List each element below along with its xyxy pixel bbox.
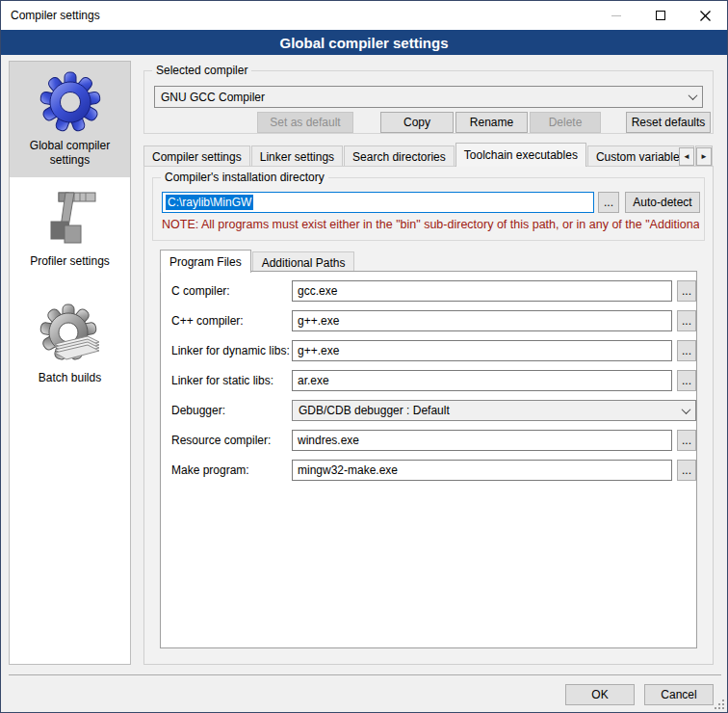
toolchain-subtabs: Program Files Additional Paths <box>160 250 355 273</box>
subtab-label: Additional Paths <box>262 256 346 270</box>
cpp-compiler-browse-button[interactable]: ... <box>677 310 696 331</box>
delete-button[interactable]: Delete <box>530 112 601 133</box>
tab-toolchain-executables[interactable]: Toolchain executables <box>455 143 586 167</box>
tab-linker-settings[interactable]: Linker settings <box>251 145 343 167</box>
browse-ellipsis-label: ... <box>682 284 691 298</box>
compiler-select[interactable]: GNU GCC Compiler <box>154 86 703 108</box>
dynamic-linker-browse-button[interactable]: ... <box>677 340 696 361</box>
copy-label: Copy <box>403 116 430 129</box>
minimize-icon <box>611 15 621 16</box>
sidebar-item-label: Batch builds <box>39 371 101 385</box>
install-dir-selected-text: C:\raylib\MinGW <box>166 195 253 210</box>
browse-ellipsis-label: ... <box>682 374 691 387</box>
program-files-panel: C compiler: ... C++ compiler: ... Linker… <box>160 271 697 648</box>
c-compiler-label: C compiler: <box>171 284 230 298</box>
subtab-label: Program Files <box>169 255 242 269</box>
reset-defaults-button[interactable]: Reset defaults <box>626 112 711 133</box>
field-row-make-program: Make program: ... <box>161 460 696 481</box>
resource-compiler-input[interactable] <box>292 430 672 451</box>
field-row-debugger: Debugger: GDB/CDB debugger : Default <box>161 400 696 421</box>
field-row-cpp-compiler: C++ compiler: ... <box>161 310 696 331</box>
tab-search-directories[interactable]: Search directories <box>344 145 455 167</box>
tab-label: Toolchain executables <box>464 148 578 162</box>
rename-button[interactable]: Rename <box>455 112 528 133</box>
install-dir-input[interactable]: C:\raylib\MinGW <box>162 192 594 213</box>
batch-builds-gear-icon <box>39 304 101 365</box>
banner-title: Global compiler settings <box>279 35 448 51</box>
settings-tabstrip: Compiler settings Linker settings Search… <box>143 145 714 167</box>
dialog-banner: Global compiler settings <box>1 30 727 55</box>
field-row-static-linker: Linker for static libs: ... <box>161 370 696 391</box>
compiler-select-value: GNU GCC Compiler <box>161 91 265 104</box>
footer-divider <box>9 674 721 675</box>
ok-button[interactable]: OK <box>565 684 635 705</box>
compiler-settings-window: Compiler settings Global compiler settin… <box>0 0 728 713</box>
c-compiler-browse-button[interactable]: ... <box>677 280 696 302</box>
subtab-additional-paths[interactable]: Additional Paths <box>252 251 355 273</box>
tab-label: Compiler settings <box>152 150 242 164</box>
browse-ellipsis-label: ... <box>682 434 691 447</box>
static-linker-label: Linker for static libs: <box>171 374 273 387</box>
debugger-label: Debugger: <box>171 404 225 417</box>
make-program-browse-button[interactable]: ... <box>677 460 696 481</box>
chevron-down-icon <box>682 405 691 414</box>
window-title: Compiler settings <box>1 9 100 22</box>
auto-detect-button[interactable]: Auto-detect <box>625 192 700 213</box>
selected-compiler-group-label: Selected compiler <box>152 64 251 77</box>
close-button[interactable] <box>683 1 727 30</box>
field-row-c-compiler: C compiler: ... <box>161 280 696 302</box>
install-dir-browse-button[interactable]: ... <box>598 192 619 213</box>
browse-ellipsis-label: ... <box>604 196 613 209</box>
close-icon <box>700 11 711 21</box>
field-row-dynamic-linker: Linker for dynamic libs: ... <box>161 340 696 361</box>
tab-scroll-left-icon[interactable]: ◄ <box>679 147 694 166</box>
sidebar-item-global-compiler-settings[interactable]: Global compiler settings <box>10 62 130 177</box>
c-compiler-input[interactable] <box>292 280 672 302</box>
auto-detect-label: Auto-detect <box>633 196 691 209</box>
maximize-button[interactable] <box>638 1 683 30</box>
sidebar-item-profiler-settings[interactable]: Profiler settings <box>10 177 130 278</box>
minimize-button[interactable] <box>594 1 638 30</box>
titlebar[interactable]: Compiler settings <box>1 1 727 30</box>
tab-label: Linker settings <box>260 150 334 164</box>
browse-ellipsis-label: ... <box>682 463 691 477</box>
debugger-select[interactable]: GDB/CDB debugger : Default <box>292 400 696 421</box>
copy-button[interactable]: Copy <box>380 112 454 133</box>
static-linker-input[interactable] <box>292 370 672 391</box>
reset-defaults-label: Reset defaults <box>632 116 706 129</box>
set-as-default-button[interactable]: Set as default <box>257 112 353 133</box>
resource-compiler-browse-button[interactable]: ... <box>677 430 696 451</box>
make-program-label: Make program: <box>171 463 249 477</box>
browse-ellipsis-label: ... <box>682 314 691 328</box>
cpp-compiler-input[interactable] <box>292 310 672 331</box>
tab-label: Search directories <box>352 150 446 164</box>
caption-buttons <box>594 1 727 30</box>
make-program-input[interactable] <box>292 460 672 481</box>
field-row-resource-compiler: Resource compiler: ... <box>161 430 696 451</box>
subtab-program-files[interactable]: Program Files <box>160 250 251 273</box>
static-linker-browse-button[interactable]: ... <box>677 370 696 391</box>
dynamic-linker-input[interactable] <box>292 340 672 361</box>
settings-category-sidebar: Global compiler settings Profiler settin… <box>9 61 131 665</box>
blue-gear-icon <box>39 71 101 133</box>
tab-compiler-settings[interactable]: Compiler settings <box>143 145 250 167</box>
rename-label: Rename <box>470 116 513 129</box>
resource-compiler-label: Resource compiler: <box>171 434 271 447</box>
sidebar-item-label: Global compiler settings <box>12 139 128 168</box>
chevron-down-icon <box>689 91 698 100</box>
sidebar-item-batch-builds[interactable]: Batch builds <box>10 294 130 395</box>
tab-label: Custom variables <box>596 150 686 164</box>
maximize-icon <box>656 11 665 20</box>
delete-label: Delete <box>549 116 583 129</box>
set-as-default-label: Set as default <box>270 116 340 129</box>
install-dir-note: NOTE: All programs must exist either in … <box>162 218 699 231</box>
dynamic-linker-label: Linker for dynamic libs: <box>171 344 290 357</box>
installation-directory-group: Compiler's installation directory C:\ray… <box>152 177 705 241</box>
tab-scroll-right-icon[interactable]: ► <box>696 147 712 166</box>
resize-grip[interactable] <box>715 700 724 709</box>
toolchain-executables-page: Compiler's installation directory C:\ray… <box>143 166 714 665</box>
debugger-select-value: GDB/CDB debugger : Default <box>299 404 450 417</box>
installation-directory-group-label: Compiler's installation directory <box>161 171 328 184</box>
cancel-button[interactable]: Cancel <box>644 684 714 705</box>
caliper-icon <box>39 187 101 249</box>
